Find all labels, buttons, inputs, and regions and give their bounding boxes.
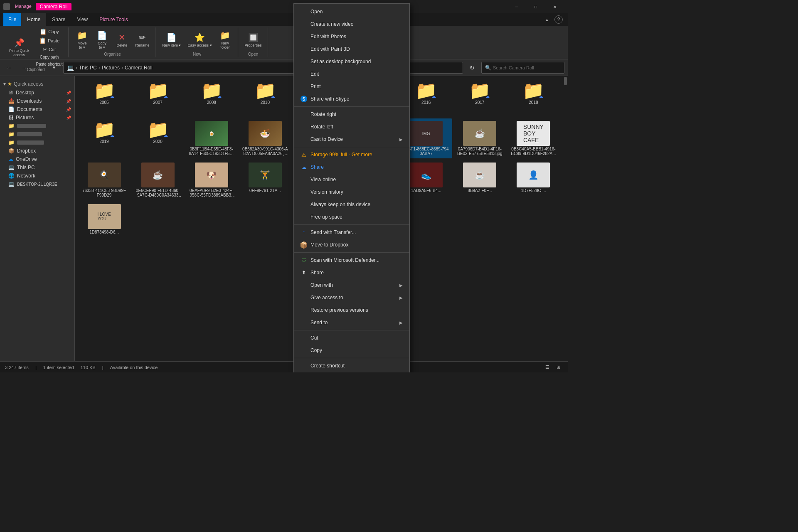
forward-button[interactable]: → — [18, 62, 30, 74]
ctx-share-onedrive[interactable]: ☁ Share — [294, 161, 409, 173]
breadcrumb-pictures[interactable]: Pictures — [102, 65, 120, 71]
folder-2008[interactable]: 📁 ☁ 2008 — [185, 79, 237, 117]
ctx-create-shortcut[interactable]: Create shortcut — [294, 360, 409, 372]
ctx-edit-photos[interactable]: Edit with Photos — [294, 30, 409, 43]
ctx-scan-defender[interactable]: 🛡 Scan with Microsoft Defender... — [294, 254, 409, 266]
new-folder-button[interactable]: 📁 Newfolder — [216, 29, 234, 51]
ctx-open[interactable]: Open — [294, 5, 409, 18]
ctx-restore-prev[interactable]: Restore previous versions — [294, 304, 409, 316]
ctx-share2[interactable]: ⬆ Share — [294, 266, 409, 279]
folder-2007[interactable]: 📁 ☁ 2007 — [132, 79, 184, 117]
tab-picture-tools[interactable]: Picture Tools — [94, 13, 133, 26]
quick-access-header[interactable]: ▾ ★ Quick access — [0, 79, 74, 89]
image-7633[interactable]: 🍳 76338-411C83-98D99FF99D29 — [78, 160, 130, 200]
sidebar-item-onedrive[interactable]: ☁ OneDrive — [0, 155, 74, 163]
folder-2010[interactable]: 📁 ☁ 2010 — [239, 79, 291, 117]
maximize-button[interactable]: □ — [526, 0, 545, 13]
recent-locations-button[interactable]: ▼ — [48, 62, 60, 74]
ctx-view-online[interactable]: View online — [294, 173, 409, 186]
tab-file[interactable]: File — [3, 13, 21, 26]
ctx-rotate-left[interactable]: Rotate left — [294, 121, 409, 133]
copy-button[interactable]: 📋 Copy — [34, 27, 65, 36]
close-button[interactable]: ✕ — [545, 0, 564, 13]
ctx-print[interactable]: Print — [294, 80, 409, 93]
ctx-move-dropbox[interactable]: 📦 Move to Dropbox — [294, 239, 409, 251]
ctx-cast-device[interactable]: Cast to Device ▶ — [294, 133, 409, 145]
tab-share[interactable]: Share — [46, 13, 71, 26]
camera-roll-tab[interactable]: Camera Roll — [36, 3, 72, 10]
ctx-storage-warning[interactable]: ⚠ Storage 99% full - Get more — [294, 148, 409, 161]
breadcrumb-this-pc[interactable]: This PC — [79, 65, 97, 71]
image-8b9a[interactable]: ☕ 8B9A2-F0F... — [454, 160, 506, 200]
folder-2017[interactable]: 📁 ☁ 2017 — [454, 79, 506, 117]
ctx-give-access[interactable]: Give access to ▶ — [294, 291, 409, 304]
image-0b68[interactable]: 🍜 0B682A30-991C-4306-A82A-D005EA8A0A26.j… — [239, 118, 291, 158]
minimize-button[interactable]: ─ — [507, 0, 526, 13]
sidebar-item-folder3[interactable]: 📁 — [0, 138, 74, 147]
ctx-send-to[interactable]: Send to ▶ — [294, 316, 409, 329]
pin-to-quick-access-button[interactable]: 📌 Pin to Quickaccess — [7, 36, 32, 59]
ctx-send-transfer[interactable]: ↑ Send with Transfer... — [294, 226, 409, 239]
back-button[interactable]: ← — [3, 62, 15, 74]
sidebar-item-folder1[interactable]: 📁 — [0, 122, 74, 130]
image-1d7f[interactable]: 👤 1D7F528C-... — [507, 160, 559, 200]
image-0ff9[interactable]: 🏋 0FF9F791-21A... — [239, 160, 291, 200]
send-to-arrow: ▶ — [399, 320, 403, 325]
image-0eaf[interactable]: 🐶 0EAFA0F9-B2E3-424F-958C-55FD3889ABB3.j… — [185, 160, 237, 200]
manage-tab[interactable]: Manage — [12, 3, 35, 10]
ctx-free-up-space[interactable]: Free up space — [294, 211, 409, 223]
ctx-version-history[interactable]: Version history — [294, 186, 409, 198]
help-button[interactable]: ? — [554, 15, 563, 24]
ctx-set-desktop-bg[interactable]: Set as desktop background — [294, 55, 409, 68]
sidebar-item-folder2[interactable]: 📁 — [0, 130, 74, 138]
folder-2020[interactable]: 📁 ☁ 2020 — [132, 118, 184, 158]
ctx-create-new-video[interactable]: Create a new video — [294, 18, 409, 30]
rename-button[interactable]: ✏ Rename — [133, 31, 152, 49]
sidebar-item-network[interactable]: 🌐 Network — [0, 172, 74, 180]
easy-access-button[interactable]: ⭐ Easy access ▾ — [185, 31, 214, 49]
image-0e6c[interactable]: ☕ 0E6CEF90-F81D-4860-9A7C-D489C0A34633j.… — [132, 160, 184, 200]
tab-view[interactable]: View — [71, 13, 94, 26]
tab-home[interactable]: Home — [21, 13, 46, 26]
folder-2019[interactable]: 📁 ☁ 2019 — [78, 118, 130, 158]
sidebar-item-downloads[interactable]: 📥 Downloads 📌 — [0, 97, 74, 105]
delete-button[interactable]: ✕ Delete — [113, 31, 131, 49]
breadcrumb-camera-roll[interactable]: Camera Roll — [125, 65, 153, 71]
sidebar-item-pictures[interactable]: 🖼 Pictures 📌 — [0, 113, 74, 122]
refresh-button[interactable]: ↻ — [466, 62, 478, 74]
ctx-open-with[interactable]: Open with ▶ — [294, 279, 409, 291]
ribbon-collapse-button[interactable]: ▲ — [541, 14, 553, 25]
ctx-cut[interactable]: Cut — [294, 332, 409, 344]
cut-button[interactable]: ✂ Cut — [34, 46, 65, 53]
details-view-button[interactable]: ☰ — [543, 363, 552, 372]
sidebar-item-this-pc[interactable]: 💻 This PC — [0, 163, 74, 172]
move-to-button[interactable]: 📁 Moveto ▾ — [73, 29, 91, 51]
ctx-delete[interactable]: Delete — [294, 372, 409, 372]
up-button[interactable]: ↑ — [33, 62, 45, 74]
sidebar-item-documents[interactable]: 📄 Documents 📌 — [0, 105, 74, 113]
search-box[interactable]: 🔍 Search Camera Roll — [481, 62, 564, 74]
paste-button[interactable]: 📋 Paste — [34, 37, 65, 45]
image-1d87[interactable]: I LOVEYOU 1D878498-D6... — [78, 202, 130, 239]
scrollbar-thumb[interactable] — [564, 77, 567, 85]
image-0b3c[interactable]: SUNNYBOYCAFE 0B3C40A5-BBB1-4916-BC99-9D1… — [507, 118, 559, 158]
ctx-share-skype[interactable]: S Share with Skype — [294, 93, 409, 105]
ctx-copy[interactable]: Copy — [294, 344, 409, 357]
ctx-edit[interactable]: Edit — [294, 68, 409, 80]
new-item-button[interactable]: 📄 New item ▾ — [160, 31, 183, 49]
image-0b9f[interactable]: 🍺 0B9F11B4-E65E-48F8-8A14-F605C193D1F5.j… — [185, 118, 237, 158]
copy-to-button[interactable]: 📄 Copyto ▾ — [93, 29, 111, 51]
sidebar-item-desktop[interactable]: 🖥 Desktop 📌 — [0, 89, 74, 97]
folder-2005[interactable]: 📁 ☁ 2005 — [78, 79, 130, 117]
thumbnails-view-button[interactable]: ⊞ — [554, 363, 563, 372]
folder-2018[interactable]: 📁 ☁ 2018 — [507, 79, 559, 117]
scrollbar[interactable] — [563, 76, 568, 361]
sidebar-item-dropbox[interactable]: 📦 Dropbox — [0, 147, 74, 155]
ctx-always-keep[interactable]: Always keep on this device — [294, 198, 409, 211]
ctx-rotate-right[interactable]: Rotate right — [294, 108, 409, 121]
sidebar-item-desktop-pc[interactable]: 💻 DESKTOP-2ULQR3E — [0, 180, 74, 188]
ctx-edit-paint3d[interactable]: Edit with Paint 3D — [294, 43, 409, 55]
properties-button[interactable]: 🔲 Properties — [242, 31, 264, 49]
copy-path-button[interactable]: Copy path — [34, 54, 65, 60]
image-0a79[interactable]: ☕ 0A7906D7-B4D1-4F16-BE02-E5775BE5813.jp… — [454, 118, 506, 158]
